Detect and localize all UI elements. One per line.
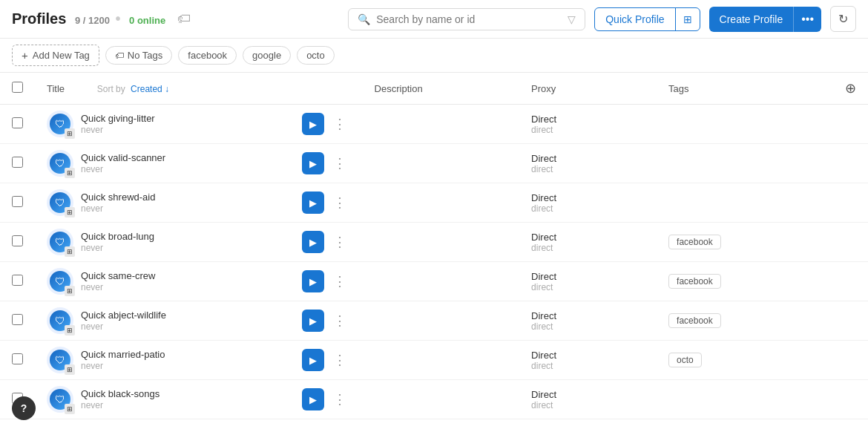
tag-filter-google[interactable]: google: [243, 46, 291, 65]
more-button[interactable]: ⋮: [329, 349, 351, 371]
profile-name: Quick abject-wildlife: [81, 310, 166, 321]
profile-info: 🛡 ⊞ Quick shrewd-aid never: [47, 189, 278, 216]
play-button[interactable]: ▶: [302, 388, 324, 410]
sort-by-label: Sort by Created ↓: [97, 84, 169, 94]
row-title-cell: 🛡 ⊞ Quick married-patio never: [35, 341, 290, 380]
profile-info: 🛡 ⊞ Quick giving-litter never: [47, 111, 278, 137]
row-desc-cell: [363, 262, 519, 301]
shield-icon: 🛡: [55, 157, 65, 169]
help-button[interactable]: ?: [12, 396, 36, 420]
profile-info: 🛡 ⊞ Quick married-patio never: [47, 347, 278, 373]
table-row: 🛡 ⊞ Quick shrewd-aid never ▶ ⋮ Direct di…: [0, 183, 868, 223]
quick-profile-button[interactable]: Quick Profile ⊞: [594, 7, 700, 31]
more-button[interactable]: ⋮: [329, 270, 351, 292]
row-checkbox[interactable]: [12, 314, 23, 325]
tag-filter-octo[interactable]: octo: [297, 46, 335, 65]
title-label: Title: [47, 83, 65, 94]
shield-icon: 🛡: [55, 275, 65, 287]
tag-badge: octo: [668, 353, 702, 367]
row-checkbox[interactable]: [12, 196, 23, 207]
more-button[interactable]: ⋮: [329, 388, 351, 410]
profile-text: Quick giving-litter never: [81, 113, 155, 135]
refresh-button[interactable]: ↻: [830, 6, 856, 32]
sort-field-label[interactable]: Created: [131, 84, 162, 94]
row-checkbox[interactable]: [12, 157, 23, 168]
row-checkbox[interactable]: [12, 275, 23, 286]
tag-filter-no-tags[interactable]: 🏷 No Tags: [105, 46, 172, 65]
play-button[interactable]: ▶: [302, 310, 324, 332]
row-extra-cell: [833, 262, 868, 301]
more-button[interactable]: ⋮: [329, 192, 351, 214]
row-checkbox-cell[interactable]: [0, 341, 35, 380]
profile-sub: never: [81, 243, 154, 253]
row-extra-cell: [833, 105, 868, 144]
play-button[interactable]: ▶: [302, 113, 324, 135]
play-button[interactable]: ▶: [302, 152, 324, 174]
shield-icon: 🛡: [55, 197, 65, 209]
row-desc-cell: [363, 105, 519, 144]
shield-icon: 🛡: [55, 315, 65, 327]
profile-count: 9 / 1200: [75, 15, 110, 26]
row-action-cell: ▶ ⋮: [290, 183, 363, 223]
play-button[interactable]: ▶: [302, 231, 324, 253]
play-button[interactable]: ▶: [302, 349, 324, 371]
profile-info: 🛡 ⊞ Quick abject-wildlife never: [47, 307, 278, 334]
more-button[interactable]: ⋮: [329, 152, 351, 174]
row-action-cell: ▶ ⋮: [290, 144, 363, 183]
play-button[interactable]: ▶: [302, 192, 324, 214]
search-input[interactable]: [376, 13, 562, 25]
row-checkbox-cell[interactable]: [0, 223, 35, 262]
facebook-tag-label: facebook: [188, 50, 227, 61]
profile-name: Quick married-patio: [81, 349, 165, 360]
row-checkbox-cell[interactable]: [0, 262, 35, 301]
avatar: 🛡 ⊞: [47, 150, 73, 177]
row-checkbox-cell[interactable]: [0, 144, 35, 183]
add-column-button[interactable]: ⊕: [845, 80, 856, 96]
os-icon: ⊞: [65, 246, 75, 257]
select-all-checkbox[interactable]: [12, 82, 23, 93]
table-row: 🛡 ⊞ Quick broad-lung never ▶ ⋮ Direct di…: [0, 223, 868, 262]
app-container: Profiles 9 / 1200 • 0 online 🏷 🔍 ▽ Quick…: [0, 0, 868, 432]
table-row: 🛡 ⊞ Quick giving-litter never ▶ ⋮ Direct…: [0, 105, 868, 144]
desc-col-header: Description: [363, 73, 519, 105]
row-proxy-cell: Direct direct: [519, 301, 657, 341]
avatar: 🛡 ⊞: [47, 307, 73, 334]
row-checkbox[interactable]: [12, 117, 23, 128]
row-proxy-cell: Direct direct: [519, 380, 657, 419]
more-button[interactable]: ⋮: [329, 113, 351, 135]
row-desc-cell: [363, 301, 519, 341]
select-all-col[interactable]: [0, 73, 35, 105]
proxy-name: Direct: [531, 232, 645, 243]
shield-icon: 🛡: [55, 236, 65, 248]
row-checkbox-cell[interactable]: [0, 183, 35, 223]
avatar: 🛡 ⊞: [47, 111, 73, 137]
filter-icon[interactable]: ▽: [568, 13, 576, 25]
play-button[interactable]: ▶: [302, 270, 324, 292]
os-icon: ⊞: [65, 128, 75, 139]
create-profile-button[interactable]: Create Profile •••: [709, 7, 821, 32]
tag-icon-button[interactable]: 🏷: [174, 8, 194, 30]
add-col-header[interactable]: ⊕: [833, 73, 868, 105]
row-checkbox-cell[interactable]: [0, 301, 35, 341]
add-tag-button[interactable]: + Add New Tag: [12, 45, 99, 66]
more-button[interactable]: ⋮: [329, 231, 351, 253]
row-title-cell: 🛡 ⊞ Quick giving-litter never: [35, 105, 290, 144]
create-profile-more-icon[interactable]: •••: [793, 7, 821, 32]
row-extra-cell: [833, 144, 868, 183]
row-tags-cell: [657, 144, 833, 183]
more-button[interactable]: ⋮: [329, 310, 351, 332]
title-col-header: Title Sort by Created ↓: [35, 73, 290, 105]
row-proxy-cell: Direct direct: [519, 341, 657, 380]
row-checkbox[interactable]: [12, 353, 23, 364]
row-checkbox-cell[interactable]: [0, 105, 35, 144]
row-proxy-cell: Direct direct: [519, 183, 657, 223]
shield-icon: 🛡: [55, 393, 65, 405]
proxy-name: Direct: [531, 192, 645, 203]
tag-filter-facebook[interactable]: facebook: [178, 46, 237, 65]
avatar: 🛡 ⊞: [47, 268, 73, 295]
quick-profile-grid-icon[interactable]: ⊞: [676, 8, 700, 30]
row-tags-cell: facebook: [657, 262, 833, 301]
os-icon: ⊞: [65, 404, 75, 414]
table-row: 🛡 ⊞ Quick abject-wildlife never ▶ ⋮ Dire…: [0, 301, 868, 341]
row-checkbox[interactable]: [12, 235, 23, 246]
